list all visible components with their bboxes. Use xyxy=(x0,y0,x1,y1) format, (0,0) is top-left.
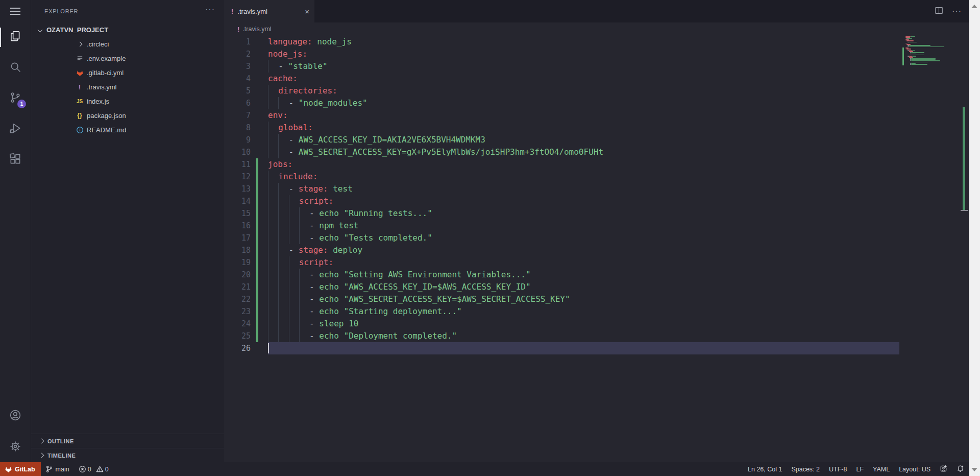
branch-status-item[interactable]: main xyxy=(41,462,74,476)
code-line-25[interactable]: 25- echo "Deployment completed." xyxy=(224,330,969,342)
code-line-2[interactable]: 2node_js: xyxy=(224,48,969,60)
line-content: script: xyxy=(268,256,333,269)
sidebar-section-timeline[interactable]: TIMELINE xyxy=(31,448,224,462)
code-line-20[interactable]: 20- echo "Setting AWS Environment Variab… xyxy=(224,269,969,281)
gear-icon xyxy=(9,440,22,455)
editor-more-actions-button[interactable]: ··· xyxy=(952,7,962,16)
status-item-indentation[interactable]: Spaces: 2 xyxy=(787,462,824,476)
code-area[interactable]: 1language: node_js2node_js:3- "stable"4c… xyxy=(224,36,969,354)
modified-gutter-indicator xyxy=(256,318,258,330)
code-line-12[interactable]: 12include: xyxy=(224,171,969,183)
breadcrumb[interactable]: ! .travis.yml xyxy=(224,22,969,36)
scrollbar-up-icon[interactable] xyxy=(971,5,977,8)
page-scrollbar[interactable] xyxy=(969,0,980,476)
code-line-4[interactable]: 4cache: xyxy=(224,73,969,85)
code-line-26[interactable]: 26 xyxy=(224,342,969,354)
line-content: - AWS_SECRET_ACCESS_KEY=gX+Pv5ElyMlbWs/j… xyxy=(268,146,603,158)
code-line-11[interactable]: 11jobs: xyxy=(224,158,969,171)
status-item-language-mode[interactable]: YAML xyxy=(868,462,894,476)
file-label: .gitlab-ci.yml xyxy=(87,69,124,77)
status-item-label: Ln 26, Col 1 xyxy=(748,466,782,473)
line-content: env: xyxy=(268,109,288,122)
travis-icon: ! xyxy=(79,83,81,91)
line-number: 10 xyxy=(224,146,251,158)
split-editor-icon[interactable] xyxy=(934,6,944,17)
modified-gutter-indicator xyxy=(256,183,258,195)
tree-item-circleci[interactable]: .circleci xyxy=(31,37,224,51)
code-line-9[interactable]: 9- AWS_ACCESS_KEY_ID=AKIA2VE6X5BVH4WDMKM… xyxy=(224,134,969,146)
status-item-notifications[interactable] xyxy=(952,462,969,476)
line-number: 17 xyxy=(224,232,251,244)
code-line-3[interactable]: 3- "stable" xyxy=(224,60,969,73)
close-tab-icon[interactable]: × xyxy=(305,7,309,16)
line-content: - echo "AWS_SECRET_ACCESS_KEY=$AWS_SECRE… xyxy=(268,293,570,305)
line-number: 12 xyxy=(224,171,251,183)
activity-bar-item-explorer[interactable] xyxy=(0,25,31,50)
tree-item-index-js[interactable]: JSindex.js xyxy=(31,94,224,108)
explorer-more-actions-button[interactable]: ··· xyxy=(205,5,215,14)
code-line-23[interactable]: 23- echo "Starting deployment..." xyxy=(224,305,969,318)
code-line-21[interactable]: 21- echo "AWS_ACCESS_KEY_ID=$AWS_ACCESS_… xyxy=(224,281,969,293)
code-line-1[interactable]: 1language: node_js xyxy=(224,36,969,48)
file-label: .circleci xyxy=(87,40,109,48)
tree-item-env-example[interactable]: .env.example xyxy=(31,51,224,65)
gitlab-status-item[interactable]: GitLab xyxy=(0,462,41,476)
code-line-18[interactable]: 18- stage: deploy xyxy=(224,244,969,256)
activity-bar-item-run-debug[interactable] xyxy=(0,117,31,141)
account-icon xyxy=(9,409,22,424)
code-line-6[interactable]: 6- "node_modules" xyxy=(224,97,969,109)
problems-status-item[interactable]: 0 0 xyxy=(74,462,116,476)
code-line-7[interactable]: 7env: xyxy=(224,109,969,122)
tree-root-folder[interactable]: OZATVN_PROJECT xyxy=(31,22,224,37)
person-frame-icon xyxy=(940,465,947,474)
sidebar-section-outline[interactable]: OUTLINE xyxy=(31,434,224,448)
line-number: 4 xyxy=(224,73,251,85)
code-line-15[interactable]: 15- echo "Running tests..." xyxy=(224,207,969,220)
code-line-22[interactable]: 22- echo "AWS_SECRET_ACCESS_KEY=$AWS_SEC… xyxy=(224,293,969,305)
status-item-eol[interactable]: LF xyxy=(851,462,868,476)
status-item-keyboard-layout[interactable]: Layout: US xyxy=(894,462,935,476)
modified-gutter-indicator xyxy=(256,220,258,232)
code-line-16[interactable]: 16- npm test xyxy=(224,220,969,232)
tab-travis-yml[interactable]: ! .travis.yml × xyxy=(224,0,314,22)
code-line-17[interactable]: 17- echo "Tests completed." xyxy=(224,232,969,244)
activity-bar-item-account[interactable] xyxy=(0,404,31,429)
activity-bar-item-extensions[interactable] xyxy=(0,148,31,172)
code-line-8[interactable]: 8global: xyxy=(224,122,969,134)
line-number: 24 xyxy=(224,318,251,330)
code-line-19[interactable]: 19script: xyxy=(224,256,969,269)
file-label: README.md xyxy=(87,126,126,134)
line-content: jobs: xyxy=(268,158,292,171)
status-item-cursor-position[interactable]: Ln 26, Col 1 xyxy=(743,462,787,476)
line-number: 9 xyxy=(224,134,251,146)
status-item-label: UTF-8 xyxy=(829,466,847,473)
line-content: node_js: xyxy=(268,48,307,60)
line-content: script: xyxy=(268,195,333,207)
status-item-encoding[interactable]: UTF-8 xyxy=(824,462,851,476)
tree-item-package-json[interactable]: {}package.json xyxy=(31,108,224,123)
status-item-label: YAML xyxy=(873,466,890,473)
menu-button[interactable] xyxy=(0,0,31,22)
code-line-13[interactable]: 13- stage: test xyxy=(224,183,969,195)
line-number: 13 xyxy=(224,183,251,195)
minimap[interactable] xyxy=(902,36,962,73)
chevron-right-icon xyxy=(39,453,44,458)
source-control-badge: 1 xyxy=(17,100,26,108)
status-item-feedback[interactable] xyxy=(935,462,952,476)
code-line-5[interactable]: 5directories: xyxy=(224,85,969,97)
tree-item-gitlab-ci-yml[interactable]: .gitlab-ci.yml xyxy=(31,65,224,80)
tab-label: .travis.yml xyxy=(237,8,267,15)
code-line-24[interactable]: 24- sleep 10 xyxy=(224,318,969,330)
line-number: 11 xyxy=(224,158,251,171)
activity-bar-item-search[interactable] xyxy=(0,56,31,80)
code-line-14[interactable]: 14script: xyxy=(224,195,969,207)
line-content: - echo "Starting deployment..." xyxy=(268,305,462,318)
tree-item-README-md[interactable]: README.md xyxy=(31,123,224,137)
line-number: 14 xyxy=(224,195,251,207)
modified-gutter-indicator xyxy=(256,269,258,281)
scrollbar-down-icon[interactable] xyxy=(971,468,977,471)
activity-bar-item-source-control[interactable]: 1 xyxy=(0,86,31,111)
code-line-10[interactable]: 10- AWS_SECRET_ACCESS_KEY=gX+Pv5ElyMlbWs… xyxy=(224,146,969,158)
activity-bar-item-settings[interactable] xyxy=(0,435,31,460)
tree-item-travis-yml[interactable]: !.travis.yml xyxy=(31,80,224,94)
